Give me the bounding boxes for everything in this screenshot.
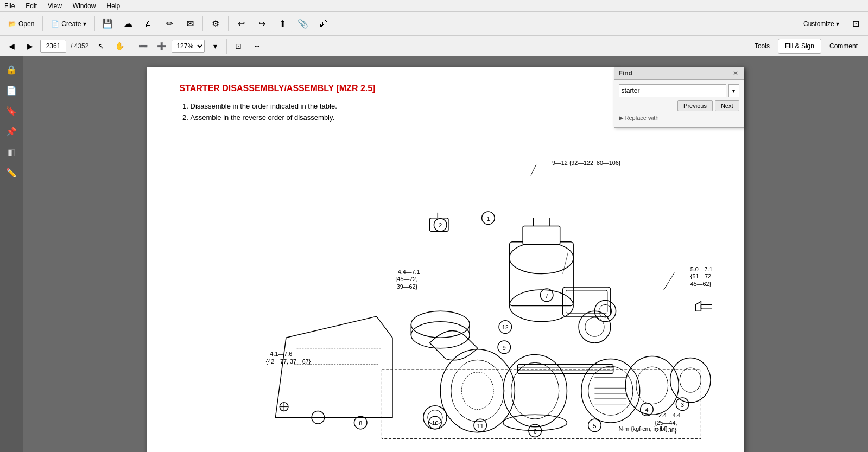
separator-1	[42, 16, 43, 31]
zoom-out-button[interactable]: ➖	[135, 39, 151, 54]
find-panel-body: ▾ Previous Next ▶ Replace with	[614, 80, 744, 127]
find-buttons: Previous Next	[619, 100, 739, 111]
svg-text:2: 2	[439, 222, 442, 228]
find-panel: Find ✕ ▾ Previous Next ▶ Replace with	[614, 67, 744, 128]
create-label: Create	[61, 20, 81, 28]
create-button[interactable]: 📄 Create ▾	[46, 17, 91, 30]
save-button[interactable]: 💾	[98, 15, 117, 33]
svg-text:10: 10	[432, 420, 438, 426]
nav-next-page-button[interactable]: ▶	[22, 39, 38, 54]
find-search-input[interactable]	[619, 84, 726, 97]
sign-button[interactable]: 🖋	[314, 15, 333, 33]
page-input[interactable]	[40, 40, 66, 53]
sidebar-icon-bookmark[interactable]: 🔖	[3, 102, 20, 119]
tab-fill-sign[interactable]: Fill & Sign	[778, 39, 821, 54]
svg-text:N·m {kgf·cm, in·lbf}: N·m {kgf·cm, in·lbf}	[618, 425, 668, 432]
svg-text:{51—72,: {51—72,	[690, 273, 711, 279]
svg-text:1: 1	[486, 215, 490, 222]
find-panel-title: Find	[619, 69, 632, 77]
find-next-button[interactable]: Next	[715, 100, 739, 111]
edit-button[interactable]: ✏	[160, 15, 179, 33]
pdf-page: STARTER DISASSEMBLY/ASSEMBLY [MZR 2.5] D…	[147, 67, 744, 452]
right-toolbar: Tools Fill & Sign Comment	[747, 39, 865, 54]
customize-label: Customize ▾	[803, 20, 839, 28]
attach-button[interactable]: 📎	[294, 15, 312, 33]
svg-text:9—12 {92—122, 80—106}: 9—12 {92—122, 80—106}	[552, 160, 621, 166]
svg-text:6: 6	[533, 428, 536, 435]
menu-view[interactable]: View	[46, 1, 64, 11]
replace-with-toggle[interactable]: ▶ Replace with	[619, 113, 739, 123]
svg-text:4: 4	[645, 406, 648, 413]
sidebar-icon-layers[interactable]: ◧	[3, 143, 20, 161]
settings-button[interactable]: ⚙	[206, 15, 225, 33]
menu-bar: File Edit View Window Help	[0, 0, 868, 12]
find-previous-button[interactable]: Previous	[677, 100, 713, 111]
svg-text:{45—72,: {45—72,	[395, 276, 417, 282]
tab-comment[interactable]: Comment	[822, 39, 865, 54]
open-label: Open	[18, 20, 34, 28]
fit-width-button[interactable]: ↔	[249, 39, 265, 54]
hand-tool-button[interactable]: ✋	[111, 39, 128, 54]
sidebar-icon-lock[interactable]: 🔒	[3, 61, 20, 78]
separator-2	[94, 16, 95, 31]
menu-window[interactable]: Window	[71, 1, 98, 11]
zoom-in-button[interactable]: ➕	[153, 39, 169, 54]
sidebar-icon-page[interactable]: 📄	[3, 81, 20, 99]
diagram-area: 4.4—7.1 {45—72, 39—62} 4.1—7.6 {42—77, 3…	[180, 132, 712, 447]
separator-3	[202, 16, 203, 31]
nav-toolbar: ◀ ▶ / 4352 ↖ ✋ ➖ ➕ 127% 100% 75% 150% 20…	[0, 36, 868, 56]
nav-prev-page-button[interactable]: ◀	[3, 39, 20, 54]
fit-page-button[interactable]: ⊡	[230, 39, 246, 54]
customize-button[interactable]: Customize ▾	[799, 15, 844, 33]
undo-button[interactable]: ↩	[232, 15, 250, 33]
content-area: STARTER DISASSEMBLY/ASSEMBLY [MZR 2.5] D…	[23, 56, 868, 452]
svg-text:5.0—7.1: 5.0—7.1	[690, 266, 711, 272]
svg-text:{42—77, 37—67}: {42—77, 37—67}	[265, 358, 311, 365]
export-button[interactable]: ⬆	[273, 15, 292, 33]
print-button[interactable]: 🖨	[140, 15, 158, 33]
svg-text:3: 3	[681, 402, 684, 408]
nav-sep-2	[226, 39, 227, 54]
tab-tools[interactable]: Tools	[747, 39, 777, 54]
open-button[interactable]: 📂 Open	[3, 17, 39, 30]
create-arrow-icon: ▾	[83, 20, 86, 28]
find-input-row: ▾	[619, 84, 739, 97]
redo-button[interactable]: ↪	[252, 15, 271, 33]
main-layout: 🔒 📄 🔖 📌 ◧ ✏️ STARTER DISASSEMBLY/ASSEMBL…	[0, 56, 868, 452]
svg-rect-41	[523, 226, 560, 244]
svg-text:4.4—7.1: 4.4—7.1	[397, 269, 420, 275]
cursor-tool-button[interactable]: ↖	[93, 39, 109, 54]
svg-text:4.1—7.6: 4.1—7.6	[270, 351, 292, 358]
svg-text:8: 8	[359, 420, 362, 426]
main-toolbar: 📂 Open 📄 Create ▾ 💾 ☁ 🖨 ✏ ✉ ⚙ ↩ ↪ ⬆ 📎 🖋 …	[0, 12, 868, 36]
open-icon: 📂	[8, 20, 16, 28]
find-dropdown-button[interactable]: ▾	[728, 84, 739, 97]
replace-with-label: ▶ Replace with	[619, 114, 659, 122]
svg-text:11: 11	[477, 423, 483, 429]
fullscreen-button[interactable]: ⊡	[846, 15, 865, 33]
svg-text:5: 5	[593, 423, 596, 429]
menu-edit[interactable]: Edit	[23, 1, 39, 11]
mail-button[interactable]: ✉	[181, 15, 199, 33]
create-icon: 📄	[51, 20, 59, 28]
nav-sep-1	[131, 39, 131, 54]
left-sidebar: 🔒 📄 🔖 📌 ◧ ✏️	[0, 56, 23, 452]
upload-button[interactable]: ☁	[119, 15, 137, 33]
menu-file[interactable]: File	[2, 1, 17, 11]
zoom-select[interactable]: 127% 100% 75% 150% 200%	[172, 40, 205, 53]
menu-help[interactable]: Help	[105, 1, 123, 11]
zoom-dropdown-button[interactable]: ▾	[207, 39, 223, 54]
find-panel-header: Find ✕	[614, 67, 744, 80]
page-total: / 4352	[68, 42, 91, 50]
exploded-diagram: 4.4—7.1 {45—72, 39—62} 4.1—7.6 {42—77, 3…	[180, 132, 712, 447]
svg-text:45—62}: 45—62}	[690, 281, 711, 287]
find-close-button[interactable]: ✕	[732, 69, 739, 77]
sidebar-icon-attach[interactable]: 📌	[3, 123, 20, 140]
svg-text:12: 12	[502, 324, 508, 331]
separator-4	[228, 16, 229, 31]
svg-text:7: 7	[545, 292, 548, 299]
sidebar-icon-tools[interactable]: ✏️	[3, 164, 20, 181]
svg-text:39—62}: 39—62}	[396, 283, 417, 290]
svg-text:9: 9	[502, 345, 505, 351]
